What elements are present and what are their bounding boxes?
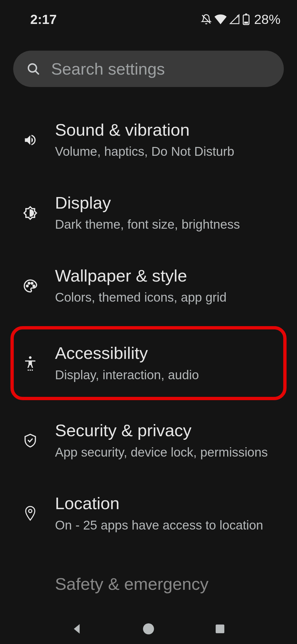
palette-icon — [22, 279, 38, 293]
svg-text:R: R — [237, 14, 240, 19]
status-bar: 2:17 R 28% — [0, 0, 297, 28]
shield-icon — [22, 433, 38, 448]
search-settings[interactable]: Search settings — [13, 51, 284, 87]
status-time: 2:17 — [30, 12, 57, 27]
search-placeholder: Search settings — [51, 59, 165, 78]
settings-item-wallpaper[interactable]: Wallpaper & style Colors, themed icons, … — [0, 249, 297, 322]
settings-item-accessibility[interactable]: Accessibility Display, interaction, audi… — [10, 326, 287, 400]
nav-recents-button[interactable] — [211, 620, 229, 638]
svg-rect-17 — [216, 624, 224, 633]
svg-point-10 — [33, 285, 35, 287]
search-icon — [26, 62, 40, 76]
item-title: Safety & emergency — [55, 574, 283, 594]
settings-item-display[interactable]: Display Dark theme, font size, brightnes… — [0, 176, 297, 249]
wifi-icon — [215, 14, 227, 25]
navigation-bar — [0, 614, 297, 644]
item-subtitle: On - 25 apps have access to location — [55, 517, 283, 534]
settings-item-security[interactable]: Security & privacy App security, device … — [0, 404, 297, 477]
settings-item-location[interactable]: Location On - 25 apps have access to loc… — [0, 477, 297, 550]
item-title: Location — [55, 493, 283, 513]
nav-back-button[interactable] — [68, 620, 86, 638]
svg-rect-4 — [244, 22, 248, 24]
svg-rect-3 — [245, 13, 247, 15]
item-subtitle: Dark theme, font size, brightness — [55, 216, 283, 233]
status-icons: R 28% — [201, 12, 280, 27]
dnd-off-icon — [201, 14, 212, 25]
item-title: Accessibility — [55, 343, 283, 363]
nav-home-button[interactable] — [140, 620, 157, 638]
svg-point-16 — [143, 623, 154, 634]
item-subtitle: Colors, themed icons, app grid — [55, 289, 283, 306]
svg-point-7 — [26, 285, 28, 287]
volume-icon — [22, 133, 38, 147]
signal-icon: R — [229, 14, 240, 24]
svg-rect-13 — [30, 370, 31, 371]
item-subtitle: Display, interaction, audio — [55, 367, 283, 383]
accessibility-icon — [22, 355, 38, 371]
svg-point-11 — [29, 356, 32, 359]
item-title: Display — [55, 193, 283, 212]
svg-rect-14 — [32, 370, 33, 371]
settings-item-safety[interactable]: Safety & emergency — [0, 550, 297, 605]
battery-icon — [243, 13, 250, 25]
svg-point-15 — [29, 509, 32, 513]
item-title: Security & privacy — [55, 421, 283, 440]
settings-item-sound[interactable]: Sound & vibration Volume, haptics, Do No… — [0, 103, 297, 176]
svg-point-9 — [31, 282, 33, 284]
brightness-icon — [22, 206, 38, 220]
svg-point-8 — [28, 282, 30, 284]
battery-percent: 28% — [254, 12, 280, 27]
item-title: Sound & vibration — [55, 120, 283, 140]
settings-list: Sound & vibration Volume, haptics, Do No… — [0, 98, 297, 605]
location-icon — [22, 506, 38, 521]
item-subtitle: Volume, haptics, Do Not Disturb — [55, 143, 283, 160]
item-title: Wallpaper & style — [55, 266, 283, 285]
item-subtitle: App security, device lock, permissions — [55, 444, 283, 461]
svg-line-6 — [35, 71, 38, 74]
svg-rect-12 — [28, 370, 29, 371]
